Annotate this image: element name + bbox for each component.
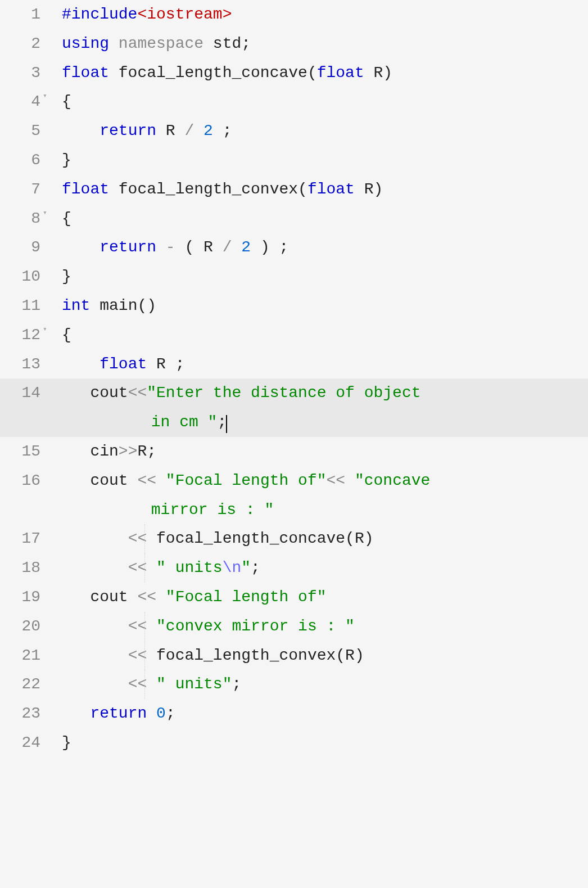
token-id [147,675,156,693]
code-content[interactable]: cout << "Focal length of"<< "concave mir… [52,466,430,525]
token-id [156,472,166,489]
line-number: 1 [31,0,40,29]
token-id: R [355,181,374,198]
code-line[interactable]: 6} [0,146,588,175]
code-content[interactable]: << focal_length_convex(R) [52,641,364,670]
code-content[interactable]: cout << "Focal length of" [52,583,327,612]
code-content[interactable]: using namespace std; [52,29,251,58]
token-ns: namespace [119,35,203,52]
code-content[interactable]: cout<<"Enter the distance of object in c… [52,378,421,437]
code-content[interactable]: return 0; [52,699,175,728]
token-kw: float [307,181,355,198]
code-content[interactable]: } [52,146,71,175]
token-punct: ; [147,443,156,460]
token-id [175,238,185,256]
token-op: << [137,588,156,606]
token-punct: } [62,734,71,751]
token-paren: ( [307,64,317,82]
code-line[interactable]: 3float focal_length_concave(float R) [0,58,588,88]
token-id: focal_length_concave [147,530,345,547]
fold-icon[interactable]: ▾ [43,206,48,220]
fold-icon[interactable]: ▾ [43,89,48,103]
text-cursor [226,415,227,433]
code-line[interactable]: 8▾{ [0,204,588,233]
code-content[interactable]: { [52,321,71,350]
token-id: R [156,122,184,139]
code-content[interactable]: { [52,204,71,233]
code-line[interactable]: 20 << "convex mirror is : " [0,612,588,641]
token-id: cout [62,384,128,402]
gutter: 3 [0,58,52,88]
token-id: focal_length_convex [147,647,336,664]
token-id [62,355,99,373]
code-line[interactable]: 17 << focal_length_concave(R) [0,524,588,553]
code-line[interactable]: 10} [0,262,588,291]
code-content[interactable]: << " units"; [52,670,241,699]
code-line[interactable]: 23 return 0; [0,699,588,728]
token-kw: float [62,181,109,198]
code-content[interactable]: float R ; [52,350,184,379]
gutter: 23 [0,699,52,728]
code-line[interactable]: 1#include<iostream> [0,0,588,29]
code-content[interactable]: << "convex mirror is : " [52,612,355,641]
code-line[interactable]: 4▾{ [0,87,588,116]
token-id: R [355,530,364,547]
line-number: 11 [21,291,40,321]
code-line[interactable]: 2using namespace std; [0,29,588,58]
fold-icon[interactable]: ▾ [43,323,48,336]
code-line[interactable]: 5 return R / 2 ; [0,116,588,146]
token-op: / [223,238,232,256]
code-content[interactable]: } [52,262,71,291]
token-id [194,122,203,139]
token-id: cout [62,588,137,606]
token-punct: ; [223,122,232,139]
code-editor[interactable]: 1#include<iostream>2using namespace std;… [0,0,588,758]
token-id: focal_length_convex [109,181,298,198]
code-line[interactable]: 18 << " units\n"; [0,553,588,583]
token-op: - [166,238,175,256]
gutter: 15 [0,437,52,466]
line-number: 9 [31,233,40,262]
token-str: "Enter the distance of object [147,384,420,402]
code-content[interactable]: << " units\n"; [52,553,260,583]
code-content[interactable]: { [52,87,71,116]
token-str: mirror is : " [142,501,274,519]
code-line[interactable]: 12▾{ [0,321,588,350]
token-id [232,238,242,256]
token-paren: ( [336,647,345,664]
code-content[interactable]: int main() [52,291,156,321]
code-content[interactable]: #include<iostream> [52,0,232,29]
indent-guide [144,612,145,641]
token-id [147,705,156,722]
gutter: 20 [0,612,52,641]
token-kw: using [62,35,109,52]
code-line[interactable]: 24} [0,728,588,758]
code-content[interactable]: } [52,728,71,758]
gutter: 22 [0,670,52,699]
token-op: >> [119,443,138,460]
code-line[interactable]: 16 cout << "Focal length of"<< "concave … [0,466,588,525]
code-line[interactable]: 15 cin>>R; [0,437,588,466]
code-content[interactable]: float focal_length_concave(float R) [52,58,392,88]
token-id [213,122,223,139]
code-content[interactable]: return - ( R / 2 ) ; [52,233,288,262]
code-line[interactable]: 9 return - ( R / 2 ) ; [0,233,588,262]
token-id [147,559,156,576]
gutter: 1 [0,0,52,29]
token-id [62,530,128,547]
code-content[interactable]: cin>>R; [52,437,156,466]
code-line[interactable]: 13 float R ; [0,350,588,379]
code-line[interactable]: 19 cout << "Focal length of" [0,583,588,612]
code-content[interactable]: return R / 2 ; [52,116,232,146]
token-paren: ) [355,647,364,664]
token-str: "Focal length of" [166,588,327,606]
token-kw: return [99,238,156,256]
code-content[interactable]: << focal_length_concave(R) [52,524,374,553]
code-line[interactable]: 11int main() [0,291,588,321]
code-line[interactable]: 14 cout<<"Enter the distance of object i… [0,378,588,437]
code-line[interactable]: 21 << focal_length_convex(R) [0,641,588,670]
code-line[interactable]: 22 << " units"; [0,670,588,699]
code-line[interactable]: 7float focal_length_convex(float R) [0,175,588,204]
token-str: in cm " [142,413,217,431]
code-content[interactable]: float focal_length_convex(float R) [52,175,383,204]
